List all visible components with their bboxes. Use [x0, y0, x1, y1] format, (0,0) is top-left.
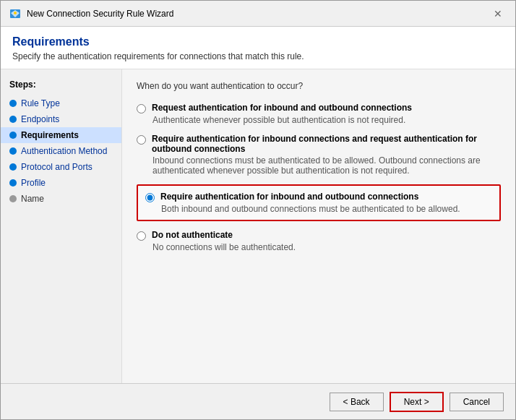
sidebar-item-label-auth-method: Authentication Method: [21, 146, 107, 156]
window-title: New Connection Security Rule Wizard: [27, 9, 173, 19]
sidebar-item-protocol-ports[interactable]: Protocol and Ports: [1, 159, 121, 175]
main-content: When do you want authentication to occur…: [122, 69, 515, 383]
content-area: Steps: Rule Type Endpoints Requirements …: [1, 69, 515, 383]
option-label-2[interactable]: Require authentication for inbound conne…: [152, 134, 501, 154]
option-label-3[interactable]: Require authentication for inbound and o…: [160, 192, 418, 202]
sidebar-item-authentication-method[interactable]: Authentication Method: [1, 143, 121, 159]
step-dot-auth-method: [9, 147, 17, 155]
option-row-3: Require authentication for inbound and o…: [145, 192, 492, 202]
sidebar-item-profile[interactable]: Profile: [1, 175, 121, 191]
sidebar: Steps: Rule Type Endpoints Requirements …: [1, 69, 122, 383]
page-header: Requirements Specify the authentication …: [1, 27, 515, 69]
option-label-1[interactable]: Request authentication for inbound and o…: [152, 103, 412, 113]
wizard-window: New Connection Security Rule Wizard ✕ Re…: [0, 0, 516, 420]
sidebar-item-label-endpoints: Endpoints: [21, 114, 59, 124]
option-desc-1: Authenticate whenever possible but authe…: [152, 115, 501, 125]
radio-opt4[interactable]: [137, 231, 146, 241]
option-row-4: Do not authenticate: [137, 230, 501, 241]
sidebar-item-name[interactable]: Name: [1, 191, 121, 207]
step-dot-endpoints: [9, 116, 17, 123]
step-dot-requirements: [9, 132, 17, 139]
window-icon: [9, 8, 21, 20]
option-group-4: Do not authenticate No connections will …: [137, 230, 501, 252]
question-label: When do you want authentication to occur…: [137, 81, 501, 91]
option-group-3-highlighted: Require authentication for inbound and o…: [137, 184, 501, 221]
step-dot-profile: [9, 179, 17, 187]
svg-point-1: [14, 12, 17, 14]
sidebar-item-rule-type[interactable]: Rule Type: [1, 95, 121, 111]
cancel-button[interactable]: Cancel: [450, 393, 504, 411]
radio-opt1[interactable]: [137, 104, 146, 113]
sidebar-item-requirements[interactable]: Requirements: [1, 127, 121, 143]
page-subtitle: Specify the authentication requirements …: [12, 51, 504, 61]
title-bar-left: New Connection Security Rule Wizard: [9, 8, 173, 20]
back-button[interactable]: < Back: [330, 393, 384, 411]
sidebar-item-label-protocol-ports: Protocol and Ports: [21, 162, 93, 172]
close-button[interactable]: ✕: [489, 5, 507, 22]
step-dot-rule-type: [9, 100, 17, 107]
title-bar: New Connection Security Rule Wizard ✕: [1, 1, 515, 27]
sidebar-item-label-requirements: Requirements: [21, 130, 79, 140]
option-row-2: Require authentication for inbound conne…: [137, 134, 501, 154]
sidebar-item-label-rule-type: Rule Type: [21, 98, 60, 108]
sidebar-item-label-name: Name: [21, 194, 44, 204]
option-desc-2: Inbound connections must be authenticate…: [152, 155, 501, 176]
next-button[interactable]: Next >: [390, 392, 444, 412]
option-row-1: Request authentication for inbound and o…: [137, 103, 501, 113]
option-group-2: Require authentication for inbound conne…: [137, 134, 501, 176]
sidebar-item-label-profile: Profile: [21, 178, 46, 188]
wizard-footer: < Back Next > Cancel: [1, 383, 515, 419]
option-desc-4: No connections will be authenticated.: [152, 242, 501, 252]
option-label-4[interactable]: Do not authenticate: [152, 230, 233, 240]
step-dot-name: [9, 195, 17, 202]
step-dot-protocol-ports: [9, 163, 17, 171]
sidebar-item-endpoints[interactable]: Endpoints: [1, 111, 121, 127]
steps-label: Steps:: [1, 77, 121, 95]
option-group-1: Request authentication for inbound and o…: [137, 103, 501, 125]
radio-opt2[interactable]: [137, 135, 146, 145]
option-desc-3: Both inbound and outbound connections mu…: [161, 204, 492, 214]
radio-opt3[interactable]: [145, 193, 155, 202]
page-title: Requirements: [12, 35, 504, 48]
